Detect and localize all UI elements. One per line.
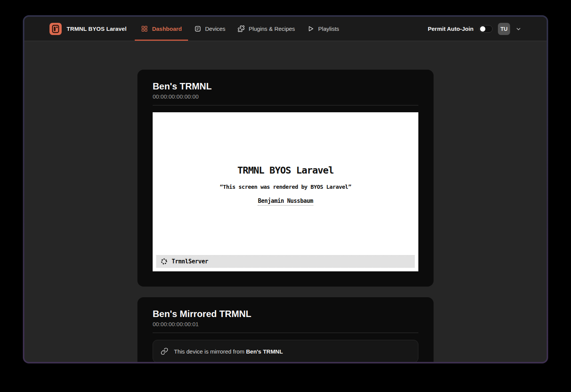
nav-label: Playlists [318,25,339,32]
mirror-source-device: Ben's TRMNL [246,348,283,355]
screen-server-badge: TrmnlServer [156,255,415,268]
nav-item-devices[interactable]: Devices [188,17,231,41]
device-card-bens-mirrored-trmnl: Ben's Mirrored TRMNL 00:00:00:00:00:01 T… [137,297,434,362]
screen-quote: “This screen was rendered by BYOS Larave… [220,184,351,190]
permit-auto-join-label: Permit Auto-Join [428,25,474,32]
mirror-note-prefix: This device is mirrored from [174,348,246,355]
play-icon [307,25,314,32]
toggle-knob [480,26,485,32]
device-screen-preview: TRMNL BYOS Laravel “This screen was rend… [153,112,418,271]
topbar-right-controls: Permit Auto-Join TU [428,17,522,41]
mirror-info-box: This device is mirrored from Ben's TRMNL [153,340,418,362]
top-navigation-bar: TRMNL BYOS Laravel Dashboard [24,17,547,41]
device-name: Ben's Mirrored TRMNL [153,309,418,319]
brand: TRMNL BYOS Laravel [49,17,126,41]
user-avatar[interactable]: TU [498,23,510,35]
permit-auto-join-toggle[interactable] [479,25,493,33]
device-mac-address: 00:00:00:00:00:00 [153,93,418,100]
trmnl-logo-icon [49,23,62,35]
nav-item-playlists[interactable]: Playlists [301,17,345,41]
mirror-note: This device is mirrored from Ben's TRMNL [174,348,283,355]
dashboard-content: Ben's TRMNL 00:00:00:00:00:00 TRMNL BYOS… [24,41,547,362]
spinner-icon [160,258,168,265]
nav-label: Devices [205,25,225,32]
nav-label: Dashboard [152,25,182,32]
chevron-down-icon [515,26,522,32]
device-name: Ben's TRMNL [153,81,418,92]
dashboard-grid-icon [141,25,148,32]
server-badge-label: TrmnlServer [172,258,208,265]
devices-icon [194,25,201,32]
app-body: TRMNL BYOS Laravel Dashboard [24,17,547,362]
app-window: TRMNL BYOS Laravel Dashboard [23,15,548,363]
user-menu-chevron[interactable] [515,26,522,32]
link-icon [161,347,168,355]
divider [153,333,418,333]
screen-title: TRMNL BYOS Laravel [238,165,334,176]
main-nav: Dashboard Devices Plugins & Recipes [135,17,345,41]
brand-title: TRMNL BYOS Laravel [67,25,126,32]
nav-item-plugins-recipes[interactable]: Plugins & Recipes [231,17,301,41]
puzzle-icon [238,25,245,32]
device-card-bens-trmnl: Ben's TRMNL 00:00:00:00:00:00 TRMNL BYOS… [137,70,434,287]
divider [153,105,418,105]
nav-item-dashboard[interactable]: Dashboard [135,17,188,41]
device-mac-address: 00:00:00:00:00:01 [153,321,418,327]
nav-label: Plugins & Recipes [249,25,295,32]
screen-author-link: Benjamin Nussbaum [258,198,313,206]
